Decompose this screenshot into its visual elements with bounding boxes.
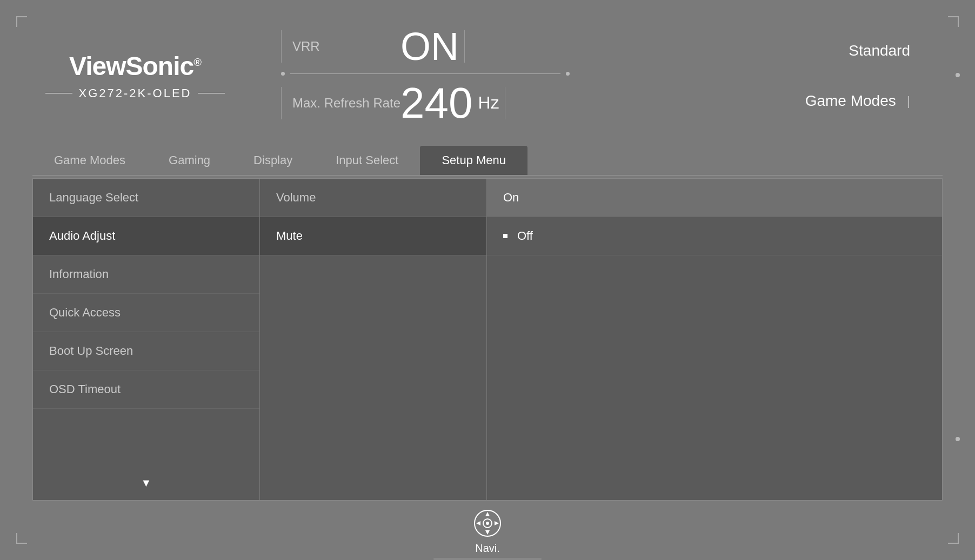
value-off[interactable]: Off bbox=[487, 217, 942, 255]
menu-left: Language Select Audio Adjust Information… bbox=[33, 179, 260, 500]
brand-name: ViewSonic bbox=[69, 52, 193, 80]
svg-marker-3 bbox=[485, 512, 490, 516]
navi-icon[interactable] bbox=[473, 509, 502, 538]
menu-middle: Volume Mute bbox=[260, 179, 487, 500]
brand-logo: ViewSonic® bbox=[69, 51, 201, 81]
separator-row bbox=[281, 71, 605, 76]
tab-setup-menu[interactable]: Setup Menu bbox=[420, 146, 527, 175]
corner-bl bbox=[16, 533, 27, 544]
menu-spacer bbox=[33, 409, 259, 466]
svg-point-2 bbox=[486, 522, 489, 525]
standard-label: Standard bbox=[849, 42, 910, 59]
tab-gaming[interactable]: Gaming bbox=[147, 146, 232, 175]
menu-item-quick-access[interactable]: Quick Access bbox=[33, 294, 259, 332]
model-line-right bbox=[198, 93, 225, 93]
top-area: ViewSonic® XG272-2K-OLED VRR ON bbox=[0, 0, 975, 151]
navi-label: Navi. bbox=[475, 542, 500, 555]
refresh-value: 240 bbox=[400, 82, 472, 125]
svg-marker-5 bbox=[476, 521, 480, 525]
navi-section: Navi. bbox=[473, 509, 502, 555]
refresh-unit: Hz bbox=[478, 93, 499, 113]
brand-sup: ® bbox=[193, 56, 201, 68]
svg-marker-6 bbox=[495, 521, 499, 525]
menu-right: On Off bbox=[487, 179, 942, 500]
right-section: Standard Game Modes | bbox=[802, 42, 943, 110]
vrr-value: ON bbox=[400, 27, 459, 66]
value-on[interactable]: On bbox=[487, 179, 942, 217]
menu-item-boot-up-screen[interactable]: Boot Up Screen bbox=[33, 332, 259, 370]
navi-svg bbox=[473, 509, 502, 538]
right-standard: Standard bbox=[849, 42, 910, 59]
right-dot-bottom bbox=[956, 437, 960, 441]
right-game-modes: Game Modes | bbox=[805, 92, 910, 110]
vrr-label: VRR bbox=[292, 39, 400, 54]
refresh-label: Max. Refresh Rate bbox=[292, 96, 400, 111]
off-bullet bbox=[503, 234, 507, 238]
vrr-row: VRR ON bbox=[281, 27, 802, 66]
menu-item-language-select[interactable]: Language Select bbox=[33, 179, 259, 217]
nav-tabs: Game Modes Gaming Display Input Select S… bbox=[32, 146, 943, 176]
refresh-divider-right bbox=[505, 87, 505, 119]
refresh-divider-left bbox=[281, 87, 282, 119]
off-label: Off bbox=[517, 229, 533, 243]
tab-input-select[interactable]: Input Select bbox=[314, 146, 420, 175]
dot-right bbox=[566, 72, 570, 76]
menu-item-information[interactable]: Information bbox=[33, 255, 259, 294]
screen: ViewSonic® XG272-2K-OLED VRR ON bbox=[0, 0, 975, 560]
model-text: XG272-2K-OLED bbox=[79, 86, 192, 100]
model-line-left bbox=[45, 93, 72, 93]
status-section: VRR ON Max. Refresh Rate 240 Hz bbox=[238, 27, 802, 125]
game-modes-label: Game Modes bbox=[805, 92, 896, 110]
sub-item-mute[interactable]: Mute bbox=[260, 217, 486, 255]
sub-item-volume[interactable]: Volume bbox=[260, 179, 486, 217]
model-name: XG272-2K-OLED bbox=[45, 86, 225, 100]
down-arrow: ▼ bbox=[33, 466, 259, 500]
menu-item-audio-adjust[interactable]: Audio Adjust bbox=[33, 217, 259, 255]
svg-marker-4 bbox=[485, 530, 490, 535]
right-spacer bbox=[910, 76, 910, 76]
corner-br bbox=[948, 533, 959, 544]
refresh-row: Max. Refresh Rate 240 Hz bbox=[281, 82, 802, 125]
vrr-divider-right bbox=[464, 30, 465, 63]
tab-game-modes[interactable]: Game Modes bbox=[32, 146, 147, 175]
menu-container: Language Select Audio Adjust Information… bbox=[32, 178, 943, 501]
tab-display[interactable]: Display bbox=[232, 146, 314, 175]
bottom-bar bbox=[433, 558, 542, 560]
brand-section: ViewSonic® XG272-2K-OLED bbox=[32, 51, 238, 100]
dot-left bbox=[281, 72, 285, 76]
menu-item-osd-timeout[interactable]: OSD Timeout bbox=[33, 370, 259, 409]
right-pipe: | bbox=[907, 93, 910, 109]
vrr-divider-left bbox=[281, 30, 282, 63]
separator-line bbox=[290, 73, 560, 74]
